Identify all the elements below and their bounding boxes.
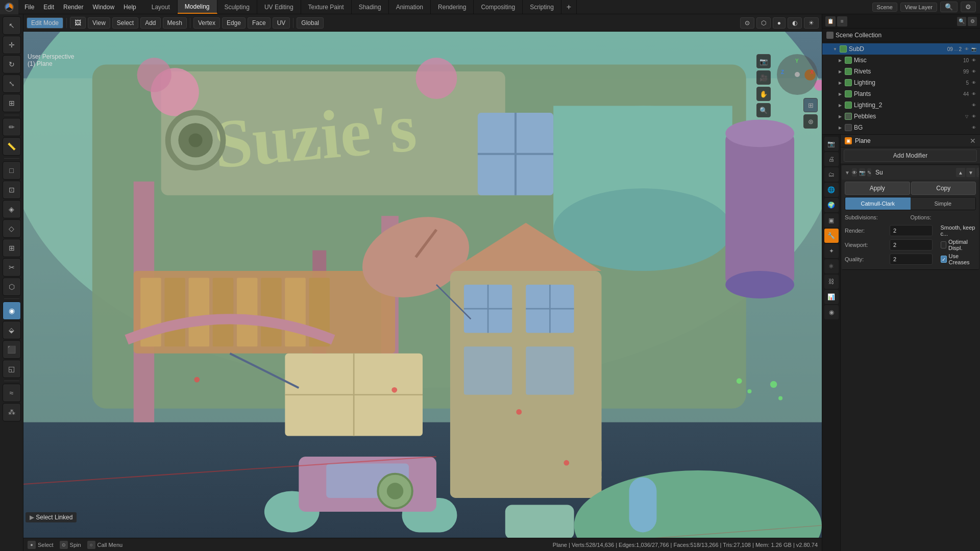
coll-checkbox-rivets[interactable] — [845, 68, 852, 75]
mesh-btn[interactable]: Mesh — [163, 17, 187, 29]
coll-pebbles-eye[interactable]: 👁 — [971, 113, 977, 119]
filter-btn[interactable]: ⚙ — [961, 2, 976, 12]
viewport-3d[interactable]: Edit Mode 🖼 View Select Add Mesh Vertex … — [23, 14, 822, 551]
coll-checkbox-lighting[interactable] — [845, 79, 852, 86]
collection-item-subd[interactable]: ▼ SubD 09 ... 2 👁 📷 — [822, 43, 980, 55]
tool-push-pull[interactable]: ⬛ — [3, 340, 21, 359]
tool-transform[interactable]: ⊞ — [3, 94, 21, 112]
coll-arrow-pebbles[interactable]: ▶ — [838, 114, 843, 119]
tab-uv-editing[interactable]: UV Editing — [257, 0, 301, 14]
tool-add-cube[interactable]: □ — [3, 161, 21, 180]
collection-item-pebbles[interactable]: ▶ Pebbles ▽ 👁 — [822, 111, 980, 122]
tool-extrude[interactable]: ⊡ — [3, 181, 21, 199]
outliner-filter2[interactable]: ⚙ — [968, 17, 977, 26]
edge-btn[interactable]: Edge — [222, 17, 246, 29]
tab-compositing[interactable]: Compositing — [474, 0, 523, 14]
face-btn[interactable]: Face — [248, 17, 271, 29]
uv-btn[interactable]: UV — [273, 17, 290, 29]
tool-shrink[interactable]: ⬙ — [3, 321, 21, 339]
modifier-expand-arrow[interactable]: ▼ — [845, 170, 850, 176]
modifier-edit-toggle[interactable]: ✎ — [867, 168, 871, 177]
coll-checkbox-misc[interactable] — [845, 57, 852, 64]
simple-tab[interactable]: Simple — [911, 197, 976, 210]
modifier-name-input[interactable] — [873, 169, 954, 176]
props-render-icon[interactable]: 📷 — [824, 137, 839, 151]
select-btn[interactable]: Select — [112, 17, 138, 29]
collection-item-lighting2[interactable]: ▶ Lighting_2 👁 — [822, 99, 980, 111]
coll-checkbox-pebbles[interactable] — [845, 113, 852, 120]
coll-pebbles-tri[interactable]: ▽ — [964, 113, 970, 119]
tool-loop-cut[interactable]: ⊞ — [3, 239, 21, 257]
menu-edit[interactable]: Edit — [39, 2, 58, 12]
modifier-move-up[interactable]: ▲ — [956, 168, 965, 177]
render-value-input[interactable]: 2 — [890, 225, 933, 236]
tool-scale[interactable]: ⤡ — [3, 74, 21, 93]
tool-bevel[interactable]: ◇ — [3, 219, 21, 238]
props-object-icon[interactable]: ▣ — [824, 213, 839, 228]
search-btn[interactable]: 🔍 — [940, 2, 958, 12]
tab-sculpting[interactable]: Sculpting — [217, 0, 257, 14]
coll-lighting-eye[interactable]: 👁 — [971, 80, 977, 86]
coll-checkbox-plants[interactable] — [845, 90, 852, 97]
tool-randomize[interactable]: ⁂ — [3, 403, 21, 421]
nav-fly-btn[interactable]: ⊛ — [803, 114, 818, 129]
optimal-displ-checkbox[interactable] — [941, 241, 946, 248]
props-modifiers-icon[interactable]: 🔧 — [824, 229, 839, 243]
coll-plants-eye[interactable]: 👁 — [971, 91, 977, 97]
tab-rendering[interactable]: Rendering — [431, 0, 474, 14]
modifier-move-down[interactable]: ▼ — [966, 168, 975, 177]
view-layer-selector[interactable]: View Layer — [900, 3, 937, 12]
tool-inset[interactable]: ◈ — [3, 200, 21, 218]
collection-item-misc[interactable]: ▶ Misc 10 👁 — [822, 55, 980, 66]
coll-rivets-eye[interactable]: 👁 — [971, 68, 977, 74]
vertex-btn[interactable]: Vertex — [193, 17, 220, 29]
props-output-icon[interactable]: 🖨 — [824, 152, 839, 166]
material-mode[interactable]: ◐ — [788, 17, 802, 29]
coll-checkbox-lighting2[interactable] — [845, 102, 852, 109]
viewport-display-btn[interactable]: 🖼 — [70, 17, 86, 29]
menu-render[interactable]: Render — [59, 2, 87, 12]
use-creases-checkbox[interactable]: ✓ — [941, 256, 947, 263]
tool-move[interactable]: ✛ — [3, 36, 21, 54]
coll-checkbox-subd[interactable] — [840, 45, 847, 53]
coll-arrow-misc[interactable]: ▶ — [838, 58, 843, 63]
modifier-vis-toggle[interactable]: 👁 — [852, 168, 857, 177]
menu-help[interactable]: Help — [119, 2, 140, 12]
tool-knife[interactable]: ✂ — [3, 258, 21, 277]
tab-add[interactable]: + — [561, 0, 577, 14]
props-data-icon[interactable]: 📊 — [824, 290, 839, 304]
object-close-btn[interactable]: ✕ — [970, 137, 976, 145]
tab-layout[interactable]: Layout — [144, 0, 178, 14]
props-particles-icon[interactable]: ✦ — [824, 244, 839, 258]
tool-cursor[interactable]: ↖ — [3, 16, 21, 35]
solid-mode[interactable]: ● — [773, 17, 786, 29]
viewport-value-input[interactable]: 2 — [890, 239, 933, 251]
transform-orient-btn[interactable]: Global — [297, 17, 324, 29]
tool-smooth[interactable]: ≈ — [3, 384, 21, 402]
props-physics-icon[interactable]: ⚛ — [824, 259, 839, 273]
tab-modeling[interactable]: Modeling — [178, 0, 217, 14]
coll-eye-icon[interactable]: 👁 — [964, 46, 970, 52]
gizmo-circle[interactable]: Y X Z — [777, 54, 818, 95]
props-material-icon[interactable]: ◉ — [824, 305, 839, 319]
props-scene-icon[interactable]: 🌐 — [824, 183, 839, 197]
overlay-toggle[interactable]: ⊙ — [740, 17, 754, 29]
movie-icon-btn[interactable]: 🎥 — [756, 70, 771, 85]
modifier-render-toggle[interactable]: 📷 — [859, 168, 865, 177]
catmull-clark-tab[interactable]: Catmull-Clark — [845, 197, 911, 210]
tool-active[interactable]: ◉ — [3, 302, 21, 320]
tool-shear[interactable]: ◱ — [3, 360, 21, 378]
collection-item-bg[interactable]: ▶ BG 👁 — [822, 122, 980, 133]
outliner-icon[interactable]: 📋 — [825, 16, 836, 27]
tab-texture-paint[interactable]: Texture Paint — [301, 0, 352, 14]
blender-logo[interactable] — [0, 0, 18, 14]
mode-selector[interactable]: Edit Mode — [27, 17, 63, 29]
menu-file[interactable]: File — [20, 2, 38, 12]
coll-arrow-rivets[interactable]: ▶ — [838, 69, 843, 74]
collection-item-plants[interactable]: ▶ Plants 44 👁 — [822, 88, 980, 99]
wireframe-toggle[interactable]: ⬡ — [756, 17, 771, 29]
move-icon-btn[interactable]: ✋ — [756, 87, 771, 101]
tool-poly-build[interactable]: ⬡ — [3, 278, 21, 296]
scene-selector[interactable]: Scene — [872, 3, 897, 12]
modifier-menu[interactable]: ☰ — [976, 168, 979, 177]
